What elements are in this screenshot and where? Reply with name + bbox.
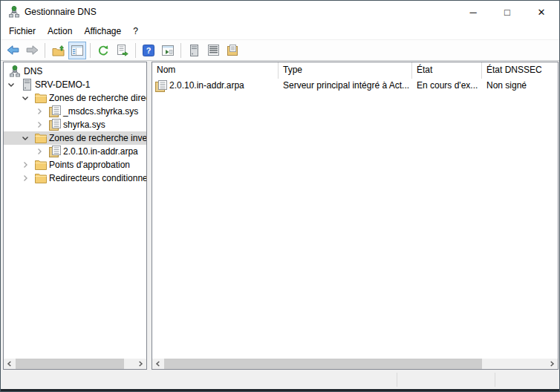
folder-icon (35, 132, 47, 144)
export-list-icon (117, 45, 128, 56)
maximize-button[interactable]: □ (490, 1, 524, 23)
status-bar (1, 370, 559, 391)
cell-type: Serveur principal intégré à Act... (279, 79, 412, 93)
new-window-button[interactable] (159, 42, 177, 59)
list-header: Nom Type État État DNSSEC (152, 62, 558, 79)
toolbar-separator (180, 43, 181, 58)
zone-icon (155, 80, 167, 92)
toolbar-separator (135, 43, 136, 58)
window-bottom-border (1, 389, 559, 391)
menu-help[interactable]: ? (127, 23, 144, 39)
tree-item-label: Redirecteurs conditionnels (49, 172, 146, 185)
console-tree-pane: DNS SRV-DEMO-1 (3, 62, 147, 370)
show-hide-console-tree-button[interactable] (68, 42, 86, 59)
tree-item-msdcs-shyrka-sys[interactable]: _msdcs.shyrka.sys (4, 105, 146, 118)
folder-icon (35, 159, 47, 171)
scroll-left-icon[interactable] (4, 359, 16, 369)
column-header-type[interactable]: Type (279, 62, 412, 79)
refresh-button[interactable] (94, 42, 112, 59)
record-list-button[interactable] (204, 42, 222, 59)
tree-item-srv-demo-1[interactable]: SRV-DEMO-1 (4, 78, 146, 91)
close-button[interactable]: ✕ (524, 1, 559, 23)
clipboard-folder-icon (227, 45, 238, 56)
menu-bar: Fichier Action Affichage ? (1, 23, 559, 39)
toolbar-separator (90, 43, 91, 58)
help-icon: ? (143, 45, 154, 56)
tree-horizontal-scrollbar[interactable] (4, 359, 146, 369)
server-icon (21, 79, 33, 91)
tree-item-redirecteurs-conditionnels[interactable]: Redirecteurs conditionnels (4, 172, 146, 185)
export-list-button[interactable] (114, 42, 131, 59)
tree-item-points-approbation[interactable]: Points d'approbation (4, 158, 146, 172)
zone-icon (49, 119, 61, 131)
dns-app-icon (8, 6, 20, 18)
paste-folder-button[interactable] (224, 42, 241, 59)
cell-etat-dnssec: Non signé (482, 79, 558, 93)
column-header-nom[interactable]: Nom (152, 62, 279, 79)
scroll-right-icon[interactable] (134, 359, 146, 369)
chevron-right-icon[interactable] (33, 119, 45, 131)
chevron-right-icon[interactable] (33, 105, 45, 117)
chevron-down-icon[interactable] (19, 92, 31, 104)
column-header-etat[interactable]: État (412, 62, 482, 79)
svg-text:?: ? (146, 46, 152, 55)
toolbar: ? (1, 39, 559, 61)
menu-fichier[interactable]: Fichier (3, 23, 42, 39)
tree-item-label: DNS (24, 65, 42, 78)
window-title: Gestionnaire DNS (25, 7, 97, 17)
tree-item-label: Zones de recherche inversée (49, 131, 146, 145)
chevron-down-icon[interactable] (5, 79, 17, 91)
title-bar: Gestionnaire DNS ─ □ ✕ (1, 1, 559, 23)
menu-affichage[interactable]: Affichage (78, 23, 127, 39)
chevron-right-icon[interactable] (19, 159, 31, 171)
scrollbar-thumb[interactable] (16, 359, 124, 369)
back-icon (7, 45, 19, 56)
tree-item-zones-recherche-inversee[interactable]: Zones de recherche inversée (4, 131, 146, 145)
dns-root-icon (9, 65, 21, 77)
column-header-etat-dnssec[interactable]: État DNSSEC (482, 62, 558, 79)
tree-item-shyrka-sys[interactable]: shyrka.sys (4, 118, 146, 131)
tree-item-dns-root[interactable]: DNS (4, 65, 146, 78)
scrollbar-thumb[interactable] (164, 359, 482, 369)
chevron-down-icon[interactable] (19, 132, 31, 144)
server-tool-button[interactable] (185, 42, 203, 59)
console-tree-icon (71, 45, 83, 56)
up-one-level-button[interactable] (49, 42, 67, 59)
scroll-left-icon[interactable] (152, 359, 164, 369)
help-button[interactable]: ? (140, 42, 157, 59)
zone-icon (49, 146, 61, 157)
back-button[interactable] (4, 42, 22, 59)
folder-icon (35, 92, 47, 104)
toolbar-separator (45, 43, 45, 58)
list-horizontal-scrollbar[interactable] (152, 359, 558, 369)
zone-icon (49, 105, 61, 117)
folder-icon (35, 172, 47, 184)
window-controls: ─ □ ✕ (456, 1, 559, 23)
server-icon (190, 45, 198, 56)
results-list-pane: Nom Type État État DNSSEC 2.0.10.in-ad (152, 62, 559, 370)
refresh-icon (97, 45, 109, 56)
status-divider (495, 373, 495, 387)
status-divider (397, 373, 397, 387)
tree-item-label: _msdcs.shyrka.sys (63, 105, 138, 118)
tree-item-label: shyrka.sys (63, 118, 105, 131)
folder-up-icon (52, 45, 65, 56)
scroll-right-icon[interactable] (546, 359, 558, 369)
forward-button[interactable] (23, 42, 41, 59)
list-lines-icon (208, 45, 219, 56)
chevron-right-icon[interactable] (19, 172, 31, 184)
window-play-icon (162, 45, 174, 56)
chevron-right-icon[interactable] (33, 146, 45, 157)
tree-item-label: Points d'approbation (49, 158, 130, 172)
cell-etat: En cours d'ex... (412, 79, 482, 93)
tree-item-label: SRV-DEMO-1 (35, 78, 90, 91)
tree-item-2-0-10-in-addr-arpa[interactable]: 2.0.10.in-addr.arpa (4, 145, 146, 158)
minimize-button[interactable]: ─ (456, 1, 490, 23)
menu-action[interactable]: Action (42, 23, 78, 39)
cell-nom: 2.0.10.in-addr.arpa (169, 79, 244, 93)
list-row-zone[interactable]: 2.0.10.in-addr.arpa Serveur principal in… (152, 79, 558, 93)
tree-item-label: 2.0.10.in-addr.arpa (63, 145, 138, 158)
forward-icon (26, 45, 39, 56)
tree-item-label: Zones de recherche directes (49, 91, 146, 105)
tree-item-zones-recherche-directes[interactable]: Zones de recherche directes (4, 91, 146, 105)
